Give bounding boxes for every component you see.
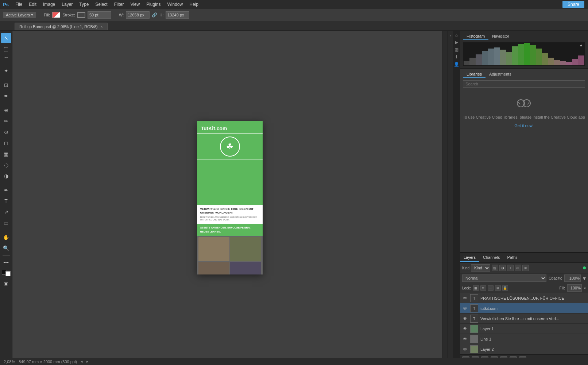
layer-item-1[interactable]: 👁 T tutkit.com <box>460 303 588 314</box>
filter-pixel-icon[interactable]: ▨ <box>492 265 498 271</box>
zoom-tool[interactable]: 🔍 <box>1 243 11 253</box>
tab-histogram[interactable]: Histogram <box>463 33 488 40</box>
close-tab-button[interactable]: × <box>101 25 103 29</box>
brush-tool[interactable]: ✏ <box>1 116 11 126</box>
lasso-tool[interactable]: ⌒ <box>1 55 11 65</box>
crop-tool[interactable]: ⊡ <box>1 80 11 90</box>
tab-layers[interactable]: Layers <box>460 254 479 262</box>
type-tool[interactable]: T <box>1 196 11 206</box>
canvas-area[interactable]: TutKit.com ☘ VERWIRKLICHEN SIE IHRE IDEE… <box>12 31 448 365</box>
opacity-input[interactable] <box>564 274 581 282</box>
tool-mode-label: Active Layers <box>6 13 30 17</box>
selection-tool[interactable]: ⬚ <box>1 44 11 54</box>
heal-tool[interactable]: ⊕ <box>1 105 11 115</box>
tab-navigator[interactable]: Navigator <box>488 33 513 40</box>
menu-type[interactable]: Type <box>76 1 92 8</box>
layer-item-5[interactable]: 👁 Layer 2 <box>460 344 588 354</box>
play-panel-icon[interactable]: ▶ <box>453 39 459 45</box>
libraries-search-input[interactable] <box>463 80 585 88</box>
blend-mode-select[interactable]: Normal <box>462 274 546 282</box>
opacity-dropdown-icon[interactable]: ▾ <box>583 275 586 282</box>
layer-visibility-3[interactable]: 👁 <box>462 326 468 332</box>
info-panel-icon[interactable]: ℹ <box>453 54 459 60</box>
tool-mode-dropdown[interactable]: Active Layers ▾ <box>3 12 36 18</box>
tab-libraries[interactable]: Libraries <box>463 71 486 78</box>
document-tab-name: Roll up Baner.psd @ 2,08% (Line 1, RGB/8… <box>19 24 98 29</box>
layer-item-0[interactable]: 👁 T PRAKTISCHE LÖSUNGEN...UF, FÜR OFFICE <box>460 293 588 303</box>
stroke-color-swatch[interactable] <box>77 12 85 18</box>
home-panel-icon[interactable]: ⌂ <box>453 32 459 38</box>
status-arrow-right[interactable]: ▸ <box>86 359 89 364</box>
background-color[interactable] <box>5 271 11 276</box>
menu-filter[interactable]: Filter <box>111 1 127 8</box>
hand-tool[interactable]: ✋ <box>1 232 11 242</box>
gradient-tool[interactable]: ▦ <box>1 149 11 159</box>
fill-color-swatch[interactable] <box>52 12 60 18</box>
tab-channels[interactable]: Channels <box>479 254 503 262</box>
banner-subtext: PRAKTISCHE LÖSUNGEN FÜR MARKETING UND VE… <box>200 216 260 222</box>
filter-kind-select[interactable]: Kind <box>471 264 490 272</box>
lock-checkerboard-icon[interactable]: ▦ <box>473 285 479 291</box>
tab-bar: Roll up Baner.psd @ 2,08% (Line 1, RGB/8… <box>0 21 588 31</box>
layer-item-2[interactable]: 👁 T Verwirklichen Sie Ihre ...n mit unse… <box>460 314 588 324</box>
menu-view[interactable]: View <box>127 1 143 8</box>
path-selection-tool[interactable]: ↗ <box>1 207 11 217</box>
cc-get-now-link[interactable]: Get it now! <box>463 123 585 128</box>
menu-file[interactable]: File <box>12 1 25 8</box>
fill-dropdown-icon[interactable]: ▾ <box>584 286 586 290</box>
layer-visibility-5[interactable]: 👁 <box>462 346 468 352</box>
menu-edit[interactable]: Edit <box>26 1 39 8</box>
menu-image[interactable]: Image <box>40 1 58 8</box>
layer-visibility-2[interactable]: 👁 <box>462 316 468 322</box>
blur-tool[interactable]: ◌ <box>1 160 11 170</box>
filter-smart-icon[interactable]: ⊕ <box>522 265 529 271</box>
share-button[interactable]: Share <box>562 1 584 8</box>
lock-row: Lock: ▦ ✏ ↔ ⊠ 🔒 Fill: ▾ <box>460 283 588 293</box>
vertical-scrollbar[interactable] <box>442 31 448 365</box>
layers-panel-tabs: Layers Channels Paths <box>460 253 588 263</box>
menu-window[interactable]: Window <box>165 1 186 8</box>
tab-paths[interactable]: Paths <box>503 254 521 262</box>
eyedropper-tool[interactable]: ✒ <box>1 91 11 101</box>
lock-artboard-icon[interactable]: ⊠ <box>495 285 501 291</box>
layer-visibility-1[interactable]: 👁 <box>462 306 468 311</box>
clone-stamp-tool[interactable]: ⊙ <box>1 127 11 137</box>
layer-item-3[interactable]: 👁 Layer 1 <box>460 324 588 334</box>
hist-bar <box>548 58 554 65</box>
stroke-width-input[interactable] <box>88 11 111 19</box>
magic-wand-tool[interactable]: ✦ <box>1 66 11 76</box>
link-aspect-icon[interactable]: 🔗 <box>152 12 157 18</box>
status-arrow-left[interactable]: ◂ <box>81 359 83 364</box>
panel-collapse-button[interactable]: › <box>448 31 453 365</box>
menu-plugins[interactable]: Plugins <box>143 1 163 8</box>
lock-label: Lock: <box>462 286 471 290</box>
tab-adjustments[interactable]: Adjustments <box>486 71 515 78</box>
dodge-tool[interactable]: ◑ <box>1 171 11 181</box>
lock-brush-icon[interactable]: ✏ <box>480 285 486 291</box>
height-input[interactable] <box>166 11 189 19</box>
menu-help[interactable]: Help <box>186 1 201 8</box>
layer-visibility-4[interactable]: 👁 <box>462 336 468 342</box>
layer-item-4[interactable]: 👁 Line 1 <box>460 334 588 344</box>
filter-shape-icon[interactable]: ▭ <box>515 265 521 271</box>
width-input[interactable] <box>126 11 150 19</box>
user-panel-icon[interactable]: 👤 <box>453 61 459 67</box>
screen-mode-button[interactable]: ▣ <box>1 278 11 289</box>
image-panel-icon[interactable]: ▨ <box>453 47 459 53</box>
filter-adjustment-icon[interactable]: ◑ <box>499 265 506 271</box>
menu-select[interactable]: Select <box>92 1 110 8</box>
pen-tool[interactable]: ✒ <box>1 185 11 195</box>
layer-visibility-0[interactable]: 👁 <box>462 295 468 301</box>
tool-separator-4 <box>3 230 10 230</box>
filter-type-icon[interactable]: T <box>507 265 514 271</box>
more-tools-button[interactable]: ••• <box>1 257 11 268</box>
divider-1 <box>40 11 40 19</box>
shape-tool[interactable]: ▭ <box>1 218 11 228</box>
document-tab[interactable]: Roll up Baner.psd @ 2,08% (Line 1, RGB/8… <box>15 23 108 30</box>
menu-layer[interactable]: Layer <box>59 1 76 8</box>
move-tool[interactable]: ↖ <box>1 33 11 43</box>
lock-move-icon[interactable]: ↔ <box>488 285 494 291</box>
lock-all-icon[interactable]: 🔒 <box>502 285 508 291</box>
eraser-tool[interactable]: ◻ <box>1 138 11 148</box>
fill-input[interactable] <box>567 284 582 292</box>
